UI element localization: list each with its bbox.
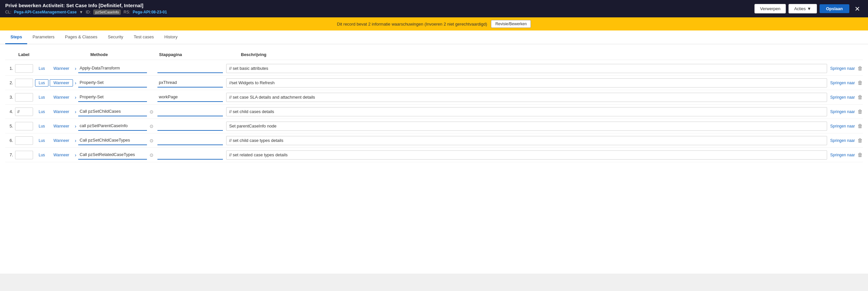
tab-pages-classes[interactable]: Pages & Classes (60, 30, 103, 44)
step-label-input[interactable] (15, 93, 33, 101)
step-number: 5. (5, 123, 15, 128)
springen-button[interactable]: Springen naar (830, 66, 855, 71)
step-label-input[interactable] (15, 151, 33, 159)
beschrijving-input[interactable] (226, 64, 827, 73)
delete-button[interactable]: 🗑 (858, 152, 863, 158)
header-left: Privé bewerken Activiteit: Set Case Info… (5, 3, 167, 15)
acties-label: Acties (794, 6, 805, 11)
step-number: 6. (5, 138, 15, 143)
springen-button[interactable]: Springen naar (830, 110, 855, 114)
table-row: 2. Lus Wanneer › Springen naar 🗑 (5, 76, 863, 90)
wanneer-button[interactable]: Wanneer (50, 94, 73, 101)
tab-parameters[interactable]: Parameters (27, 30, 60, 44)
cl-value[interactable]: Pega-API-CaseManagement-Case (14, 10, 76, 14)
beschrijving-input[interactable] (226, 78, 827, 87)
header-meta: CL: Pega-API-CaseManagement-Case ▼ ID: p… (5, 9, 167, 15)
springen-button[interactable]: Springen naar (830, 81, 855, 85)
method-input[interactable] (78, 150, 147, 159)
method-input[interactable] (78, 93, 147, 102)
delete-button[interactable]: 🗑 (858, 80, 863, 86)
stappagina-input[interactable] (157, 136, 223, 145)
method-input[interactable] (78, 122, 147, 131)
step-label-input[interactable]: // (15, 108, 33, 116)
lus-button[interactable]: Lus (35, 65, 49, 72)
expand-chevron-icon[interactable]: › (75, 152, 76, 157)
method-input[interactable] (78, 107, 147, 116)
step-number: 3. (5, 95, 15, 99)
verwerpen-button[interactable]: Verwerpen (754, 4, 786, 13)
springen-button[interactable]: Springen naar (830, 138, 855, 143)
wanneer-button[interactable]: Wanneer (50, 79, 73, 87)
beschrijving-input[interactable] (226, 150, 827, 159)
springen-button[interactable]: Springen naar (830, 124, 855, 128)
expand-chevron-icon[interactable]: › (75, 109, 76, 114)
step-number: 7. (5, 152, 15, 157)
lus-button[interactable]: Lus (35, 94, 49, 101)
beschrijving-input[interactable] (226, 107, 827, 116)
step-label-input[interactable] (15, 122, 33, 130)
delete-button[interactable]: 🗑 (858, 94, 863, 100)
springen-button[interactable]: Springen naar (830, 95, 855, 99)
column-headers: Label Methode Stappagina Beschrijving (5, 50, 863, 60)
target-icon[interactable]: ⊙ (148, 152, 155, 158)
springen-button[interactable]: Springen naar (830, 153, 855, 157)
acties-button[interactable]: Acties ▼ (788, 4, 816, 13)
stappagina-input[interactable] (157, 64, 223, 73)
method-input[interactable] (78, 78, 147, 87)
beschrijving-input[interactable] (226, 136, 827, 145)
step-label-input[interactable] (15, 136, 33, 145)
expand-chevron-icon[interactable]: › (75, 66, 76, 71)
delete-button[interactable]: 🗑 (858, 123, 863, 129)
wanneer-button[interactable]: Wanneer (50, 122, 73, 130)
tab-test-cases[interactable]: Test cases (129, 30, 159, 44)
steps-container: 1. Lus Wanneer › Springen naar 🗑 2. Lus … (5, 61, 863, 162)
step-number: 1. (5, 66, 15, 71)
target-icon[interactable]: ⊙ (148, 109, 155, 115)
expand-chevron-icon[interactable]: › (75, 123, 76, 129)
expand-chevron-icon[interactable]: › (75, 95, 76, 100)
delete-button[interactable]: 🗑 (858, 109, 863, 115)
stappagina-input[interactable] (157, 78, 223, 87)
stappagina-input[interactable] (157, 107, 223, 116)
header: Privé bewerken Activiteit: Set Case Info… (0, 0, 868, 18)
method-input[interactable] (78, 64, 147, 73)
wanneer-button[interactable]: Wanneer (50, 108, 73, 115)
lus-button[interactable]: Lus (35, 108, 49, 115)
target-icon[interactable]: ⊙ (148, 123, 155, 129)
delete-button[interactable]: 🗑 (858, 65, 863, 71)
beschrijving-input[interactable] (226, 93, 827, 102)
cl-label: CL: (5, 10, 11, 14)
step-label-input[interactable] (15, 64, 33, 73)
method-input[interactable] (78, 136, 147, 145)
stappagina-input[interactable] (157, 122, 223, 131)
lus-button[interactable]: Lus (35, 151, 49, 158)
stappagina-input[interactable] (157, 150, 223, 159)
beschrijving-input[interactable] (226, 122, 827, 131)
page-title: Privé bewerken Activiteit: Set Case Info… (5, 3, 167, 8)
header-right: Verwerpen Acties ▼ Opslaan ✕ (754, 4, 863, 14)
table-row: 4. // Lus Wanneer › ⊙ Springen naar 🗑 (5, 105, 863, 119)
lus-button[interactable]: Lus (35, 79, 49, 87)
tab-security[interactable]: Security (103, 30, 129, 44)
warning-text: Dit record bevat 2 informatie waarschuwi… (337, 22, 487, 27)
revisie-button[interactable]: Revisie/Bewerken (491, 20, 531, 28)
wanneer-button[interactable]: Wanneer (50, 137, 73, 144)
wanneer-button[interactable]: Wanneer (50, 65, 73, 72)
lus-button[interactable]: Lus (35, 122, 49, 130)
tab-steps[interactable]: Steps (5, 30, 27, 44)
wanneer-button[interactable]: Wanneer (50, 151, 73, 158)
step-label-value: // (17, 110, 20, 114)
table-row: 5. Lus Wanneer › ⊙ Springen naar 🗑 (5, 119, 863, 134)
delete-button[interactable]: 🗑 (858, 138, 863, 144)
rs-label: RS: (123, 10, 130, 14)
step-label-input[interactable] (15, 79, 33, 87)
tab-history[interactable]: History (159, 30, 183, 44)
stappagina-input[interactable] (157, 93, 223, 102)
opslaan-button[interactable]: Opslaan (819, 4, 849, 13)
lus-button[interactable]: Lus (35, 137, 49, 144)
table-row: 3. Lus Wanneer › Springen naar 🗑 (5, 90, 863, 105)
expand-chevron-icon[interactable]: › (75, 138, 76, 143)
expand-chevron-icon[interactable]: › (75, 80, 76, 86)
close-button[interactable]: ✕ (852, 4, 863, 14)
target-icon[interactable]: ⊙ (148, 137, 155, 144)
